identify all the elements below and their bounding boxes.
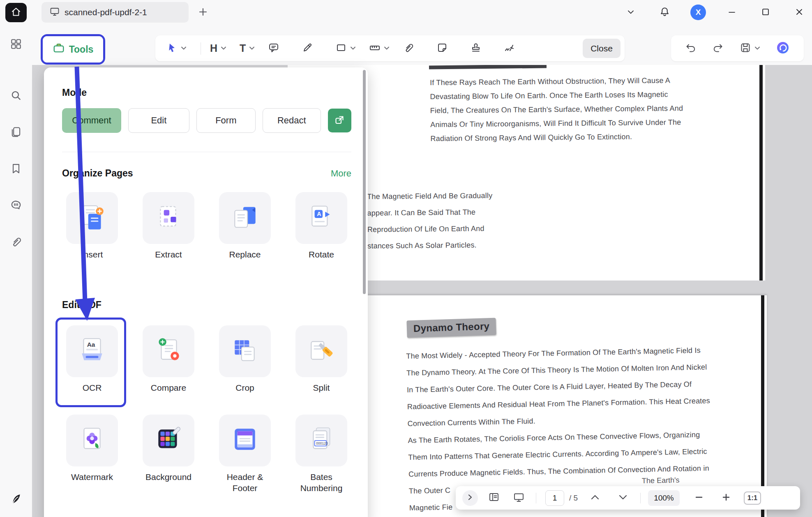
home-button[interactable] (5, 3, 27, 22)
shape-tool[interactable] (334, 40, 348, 56)
measure-tool[interactable] (367, 40, 382, 56)
tool-extract[interactable]: Extract (138, 192, 198, 260)
mode-comment-button[interactable]: Comment (62, 108, 121, 133)
comments-button[interactable] (10, 199, 22, 213)
tool-header-footer[interactable]: Header & Footer (215, 415, 275, 494)
save-icon (740, 42, 751, 55)
signature-tool[interactable] (502, 40, 517, 56)
apps-grid-button[interactable] (10, 38, 22, 51)
header-footer-icon (230, 425, 260, 456)
chevron-down-icon (181, 45, 187, 51)
page-thumbnails-button[interactable] (489, 492, 499, 504)
chevron-down-icon (249, 45, 255, 51)
highlight-tool[interactable]: H (208, 41, 219, 56)
document-tab[interactable]: scanned-pdf-updf-2-1 (42, 2, 189, 23)
mode-form-button[interactable]: Form (196, 108, 256, 133)
new-tab-button[interactable] (198, 7, 208, 19)
tool-crop[interactable]: Crop (215, 325, 275, 393)
open-in-new-window-button[interactable] (328, 109, 351, 132)
stamp-tool[interactable] (468, 40, 483, 56)
app-window: If These Rays Reach The Earth Without Ob… (0, 0, 812, 517)
undo-button[interactable] (683, 40, 698, 56)
compare-icon (154, 336, 183, 367)
close-window-button[interactable] (791, 7, 807, 18)
actual-size-button[interactable]: 1:1 (744, 491, 761, 505)
text-tool[interactable]: T (238, 41, 247, 56)
zoom-level-button[interactable]: 100% (648, 490, 680, 506)
tabs-dropdown-button[interactable] (623, 7, 639, 18)
tool-compare[interactable]: Compare (138, 325, 198, 393)
shape-tool-dropdown[interactable] (348, 44, 358, 53)
ai-assistant-button[interactable] (774, 39, 791, 58)
sticker-icon (436, 42, 448, 55)
expand-bar-button[interactable] (462, 490, 478, 506)
presentation-mode-button[interactable] (513, 492, 524, 504)
mode-heading: Mode (62, 87, 351, 98)
tools-button[interactable]: Tools (43, 36, 103, 63)
thumbnails-icon (489, 492, 499, 504)
edit-pdf-cards-row-1: Aa OCR Compare Crop Split (62, 325, 351, 393)
edit-pdf-cards-row-2: Watermark Background Header & Footer 000… (62, 415, 351, 494)
redo-button[interactable] (710, 40, 725, 56)
next-page-button[interactable] (618, 494, 628, 502)
tool-rotate[interactable]: A Rotate (291, 192, 351, 260)
tool-replace[interactable]: Replace (215, 192, 275, 260)
tool-background[interactable]: Background (138, 415, 198, 494)
bell-icon (659, 6, 670, 19)
extract-pages-icon (154, 202, 183, 234)
redo-icon (712, 42, 724, 55)
pages-button[interactable] (10, 126, 22, 139)
select-tool-dropdown[interactable] (179, 44, 188, 53)
svg-text:Aa: Aa (87, 341, 95, 348)
measure-tool-dropdown[interactable] (382, 44, 391, 53)
mode-edit-button[interactable]: Edit (128, 108, 189, 133)
save-dropdown[interactable] (753, 44, 762, 53)
maximize-button[interactable] (758, 7, 773, 18)
panel-scrollbar[interactable] (363, 70, 366, 294)
attach-file-tool[interactable] (401, 40, 416, 56)
save-button[interactable] (738, 40, 753, 56)
page1-partial-line: Reproduction Of Life On Earth And (367, 220, 493, 238)
select-tool[interactable] (164, 40, 179, 56)
text-tool-dropdown[interactable] (247, 44, 256, 53)
zoom-out-button[interactable] (694, 493, 704, 503)
page1-partial-line: stances Such As Solar Particles. (367, 236, 493, 254)
titlebar-controls: X (623, 5, 807, 20)
previous-page-button[interactable] (590, 494, 600, 502)
cursor-icon (166, 42, 178, 55)
tool-watermark[interactable]: Watermark (62, 415, 122, 494)
chevron-down-icon (350, 45, 356, 51)
page1-partial-paragraph: The Magnetic Field And Be Gradually appe… (367, 187, 493, 254)
sticker-tool[interactable] (435, 40, 450, 56)
close-tools-button[interactable]: Close (583, 39, 621, 58)
tool-bates-numbering[interactable]: 000123 Bates Numbering (291, 415, 351, 494)
note-tool[interactable] (266, 40, 281, 56)
close-icon (794, 7, 804, 18)
tool-split[interactable]: Split (291, 325, 351, 393)
toolbox-icon (53, 42, 65, 56)
page1-partial-line: appear. It Can Be Said That The (367, 204, 493, 221)
mode-redact-button[interactable]: Redact (263, 108, 321, 133)
updf-logo-button[interactable] (10, 493, 22, 506)
bottom-bar-divider (640, 493, 641, 503)
rotate-pages-icon: A (307, 202, 336, 234)
highlight-tool-dropdown[interactable] (219, 44, 228, 53)
edit-pdf-heading: Edit PDF (62, 299, 351, 311)
note-icon (268, 42, 279, 55)
pencil-tool[interactable] (300, 40, 315, 56)
minimize-button[interactable] (724, 7, 740, 18)
organize-more-link[interactable]: More (331, 168, 351, 179)
search-button[interactable] (10, 89, 22, 103)
zoom-in-button[interactable] (722, 493, 731, 503)
rectangle-icon (335, 42, 347, 55)
user-avatar[interactable]: X (690, 5, 706, 20)
left-sidebar (0, 0, 32, 517)
attachments-button[interactable] (10, 236, 22, 249)
tool-insert[interactable]: Insert (62, 192, 122, 260)
notifications-button[interactable] (657, 6, 672, 19)
external-link-icon (334, 115, 345, 127)
tool-ocr[interactable]: Aa OCR (62, 325, 122, 393)
page-number-input[interactable]: 1 (545, 490, 564, 506)
titlebar: scanned-pdf-updf-2-1 X (32, 0, 812, 25)
bookmarks-button[interactable] (10, 162, 22, 176)
